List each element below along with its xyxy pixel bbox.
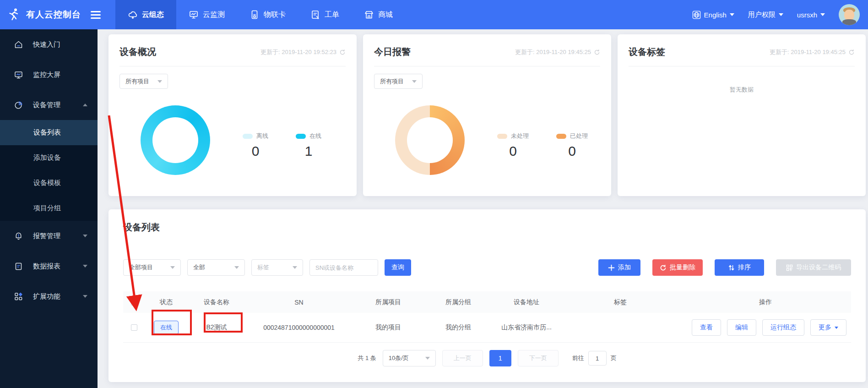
sidebar-item-device-management[interactable]: 设备管理	[0, 90, 98, 120]
more-button[interactable]: 更多	[810, 319, 846, 336]
sidebar-item-monitor-screen[interactable]: 监控大屏	[0, 60, 98, 90]
brand: 有人云控制台	[0, 7, 108, 22]
edit-button[interactable]: 编辑	[727, 319, 756, 336]
chevron-up-icon	[83, 104, 87, 106]
handled-label: 已处理	[570, 132, 588, 140]
refresh-icon	[848, 49, 855, 55]
refresh-control[interactable]: 更新于: 2019-11-20 19:52:23	[260, 48, 346, 56]
button-label: 添加	[618, 263, 631, 272]
selected-option: 所有项目	[125, 77, 149, 86]
updated-at-text: 更新于: 2019-11-20 19:45:25	[770, 48, 846, 56]
handled-color-pill	[556, 134, 566, 139]
run-scada-button[interactable]: 运行组态	[762, 319, 804, 336]
globe-icon	[692, 11, 701, 19]
sort-button[interactable]: 排序	[715, 259, 764, 276]
status-badge-online[interactable]: 在线	[154, 321, 179, 334]
user-permission-menu[interactable]: 用户权限	[748, 11, 783, 19]
sidebar-item-data-report[interactable]: 数据报表	[0, 251, 98, 281]
prev-page-button[interactable]: 上一页	[442, 350, 483, 366]
sidebar-item-quick-start[interactable]: 快速入门	[0, 29, 98, 60]
tab-cloud-scada[interactable]: 云组态	[115, 0, 176, 29]
home-icon	[14, 40, 23, 49]
batch-delete-button[interactable]: 批量删除	[652, 259, 703, 276]
project-filter-select[interactable]: 所有项目	[119, 74, 168, 89]
project-select[interactable]: 全部项目	[123, 259, 181, 276]
username-menu[interactable]: usrsxh	[797, 11, 825, 19]
nav-tabs: 云组态 云监测 物联卡	[115, 0, 405, 29]
tab-mall[interactable]: 商城	[352, 0, 405, 29]
tag-select[interactable]: 标签	[251, 259, 303, 276]
sidebar-item-label: 快速入门	[33, 40, 60, 49]
device-overview-card: 设备概况 更新于: 2019-11-20 19:52:23 所有项目	[108, 34, 357, 196]
qr-code-icon	[786, 264, 793, 271]
legend-offline: 离线 0	[243, 132, 268, 159]
device-name-cell: B2测试	[187, 323, 246, 332]
chevron-down-icon	[83, 235, 87, 237]
refresh-control[interactable]: 更新于: 2019-11-20 19:45:25	[770, 48, 855, 56]
permission-label: 用户权限	[748, 11, 776, 19]
sidebar-item-add-device[interactable]: 添加设备	[0, 145, 98, 170]
screen-icon	[14, 70, 23, 80]
device-list-section: 设备列表 全部项目 全部 标签 查询	[108, 209, 866, 382]
table-header-row: 状态 设备名称 SN 所属项目 所属分组 设备地址 标签 操作	[123, 291, 851, 313]
sidebar-item-extended-functions[interactable]: 扩展功能	[0, 281, 98, 311]
scope-select[interactable]: 全部	[187, 259, 245, 276]
submenu-item-label: 设备模板	[33, 179, 61, 187]
goto-prefix: 前往	[572, 354, 584, 362]
chevron-down-icon	[835, 327, 838, 329]
sidebar-item-label: 扩展功能	[33, 292, 60, 301]
chevron-down-icon	[170, 266, 175, 269]
goto-suffix: 页	[611, 354, 617, 362]
button-label: 批量删除	[670, 263, 695, 272]
goto-page-input[interactable]	[588, 351, 607, 366]
pending-color-pill	[497, 134, 507, 139]
app-root: 有人云控制台 云组态 云监测	[0, 0, 868, 388]
table-row: 在线 B2测试 00024871000000000001 我的项目 我的分组 山…	[123, 313, 851, 343]
username-label: usrsxh	[797, 11, 817, 19]
row-actions: 查看 编辑 运行组态 更多	[680, 319, 851, 336]
select-all-checkbox[interactable]	[131, 299, 137, 306]
view-button[interactable]: 查看	[692, 319, 721, 336]
sidebar: 快速入门 监控大屏 设备管理 设备列表 添加设备	[0, 29, 98, 388]
refresh-control[interactable]: 更新于: 2019-11-20 19:45:25	[515, 48, 600, 56]
chevron-down-icon	[820, 13, 825, 16]
tab-iot-sim[interactable]: 物联卡	[237, 0, 298, 29]
today-alarm-card: 今日报警 更新于: 2019-11-20 19:45:25 所有项目	[363, 34, 611, 196]
hamburger-menu-icon[interactable]	[91, 11, 101, 19]
column-header-address: 设备地址	[492, 298, 561, 306]
updated-at-text: 更新于: 2019-11-20 19:45:25	[515, 48, 591, 56]
sidebar-item-project-group[interactable]: 项目分组	[0, 196, 98, 221]
alarm-bell-icon	[14, 231, 23, 241]
sim-card-icon	[250, 10, 260, 20]
tab-label: 商城	[378, 10, 393, 20]
search-button[interactable]: 查询	[385, 259, 411, 276]
language-switcher[interactable]: English	[692, 11, 734, 19]
tab-work-order[interactable]: 工单	[298, 0, 352, 29]
add-device-button[interactable]: 添加	[598, 259, 640, 276]
online-label: 在线	[309, 132, 321, 140]
sidebar-item-device-template[interactable]: 设备模板	[0, 170, 98, 196]
submenu-item-label: 项目分组	[33, 204, 61, 213]
button-label: 导出设备二维码	[796, 263, 841, 272]
row-checkbox[interactable]	[131, 324, 137, 331]
button-label: 更多	[819, 323, 831, 332]
button-label: 排序	[738, 263, 751, 272]
project-filter-select[interactable]: 所有项目	[374, 74, 423, 89]
pending-label: 未处理	[511, 132, 529, 140]
sidebar-item-label: 报警管理	[33, 232, 60, 240]
column-header-status: 状态	[145, 298, 187, 306]
user-avatar[interactable]	[839, 4, 860, 25]
next-page-button[interactable]: 下一页	[518, 350, 559, 366]
main-content: 设备概况 更新于: 2019-11-20 19:52:23 所有项目	[98, 29, 868, 388]
tab-cloud-monitor[interactable]: 云监测	[176, 0, 237, 29]
search-input[interactable]	[309, 259, 378, 276]
chevron-down-icon	[730, 13, 734, 16]
page-number-1[interactable]: 1	[489, 350, 511, 366]
column-header-tag: 标签	[561, 298, 680, 306]
chevron-down-icon	[425, 357, 430, 360]
export-qrcode-button[interactable]: 导出设备二维码	[776, 259, 851, 276]
page-size-select[interactable]: 10条/页	[383, 350, 436, 366]
sidebar-item-alarm-management[interactable]: 报警管理	[0, 221, 98, 251]
sidebar-item-device-list[interactable]: 设备列表	[0, 120, 98, 145]
offline-color-pill	[243, 134, 253, 139]
